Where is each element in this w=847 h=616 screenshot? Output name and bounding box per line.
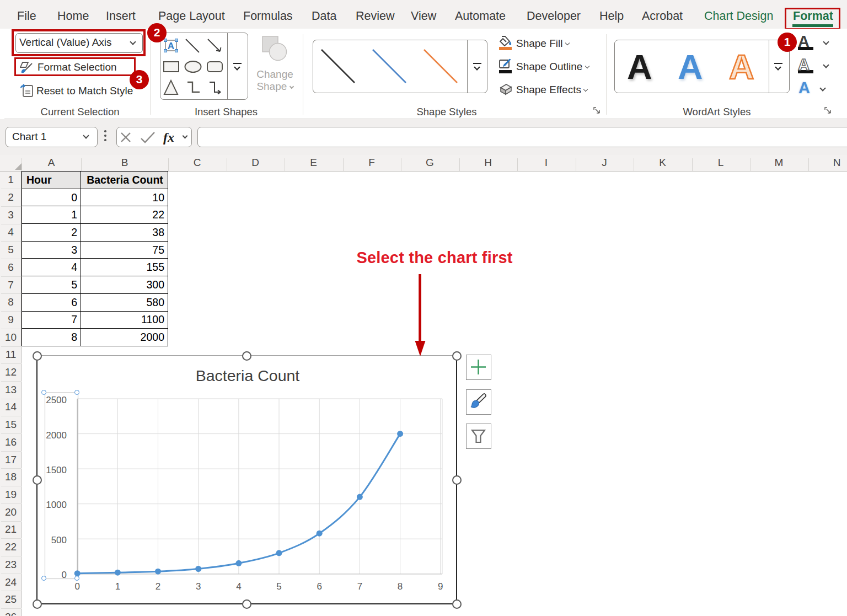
svg-text:500: 500 (51, 535, 67, 545)
svg-text:fx: fx (163, 130, 174, 144)
svg-text:Bacteria Count: Bacteria Count (196, 367, 300, 384)
svg-text:2000: 2000 (46, 430, 67, 441)
svg-text:4: 4 (236, 581, 241, 592)
svg-text:0: 0 (62, 570, 67, 580)
svg-text:0: 0 (74, 581, 79, 592)
svg-text:1: 1 (115, 581, 120, 592)
svg-text:3: 3 (196, 581, 201, 592)
svg-text:2: 2 (156, 581, 160, 592)
svg-text:5: 5 (276, 581, 281, 592)
svg-text:6: 6 (317, 581, 321, 592)
svg-text:1000: 1000 (46, 500, 67, 510)
svg-text:1500: 1500 (46, 465, 67, 475)
svg-text:8: 8 (398, 581, 403, 592)
svg-text:9: 9 (438, 581, 443, 592)
svg-text:7: 7 (357, 581, 362, 592)
svg-text:A: A (168, 41, 174, 51)
svg-text:2500: 2500 (46, 395, 67, 405)
